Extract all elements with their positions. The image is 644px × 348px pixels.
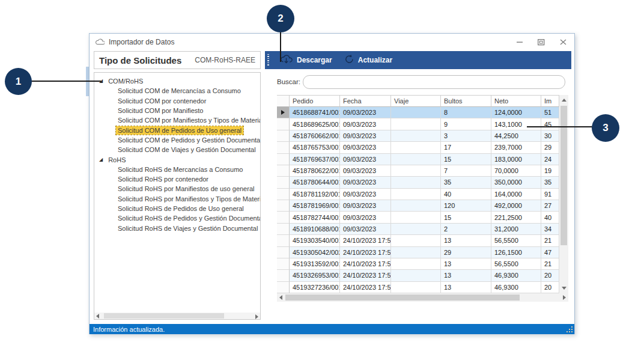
tree-item[interactable]: Solicitud COM de Pedidos de Uso general <box>94 125 260 135</box>
cell-importe[interactable]: 40 <box>541 212 559 223</box>
cell-viaje[interactable] <box>391 200 441 212</box>
cell-pedido[interactable]: 4518769637/001 <box>290 154 340 165</box>
column-header-importe[interactable]: Im <box>541 95 559 107</box>
cell-neto[interactable]: 44,2500 <box>491 130 541 142</box>
row-header-cell[interactable] <box>277 212 290 223</box>
cell-neto[interactable]: 164,0000 <box>491 189 541 200</box>
tree-item[interactable]: Solicitud RoHS por Manifiestos de uso ge… <box>94 184 260 194</box>
cell-fecha[interactable]: 09/03/2023 <box>340 107 391 118</box>
cell-viaje[interactable] <box>391 258 441 270</box>
cell-importe[interactable]: 51 <box>541 107 559 118</box>
cell-fecha[interactable]: 24/10/2023 17:54 <box>340 270 391 281</box>
cell-viaje[interactable] <box>391 165 441 177</box>
cell-fecha[interactable]: 09/03/2023 <box>340 189 391 200</box>
tree-item[interactable]: Solicitud COM por Manifiestos y Tipos de… <box>94 115 260 125</box>
row-header-cell[interactable] <box>277 224 290 235</box>
cell-bultos[interactable]: 29 <box>441 247 491 258</box>
table-row[interactable]: 4518780622/001 09/03/2023 7 70,0000 19 <box>277 165 559 177</box>
cell-pedido[interactable]: 4518760662/001 <box>290 130 340 142</box>
tree-item[interactable]: Solicitud COM de Mercancías a Consumo <box>94 86 260 96</box>
tree-item[interactable]: Solicitud COM por Manifiesto <box>94 106 260 115</box>
cell-neto[interactable]: 124,0000 <box>491 107 541 118</box>
tree-item[interactable]: ◢ COM/RoHS <box>94 76 260 86</box>
row-header-cell[interactable] <box>277 189 290 200</box>
table-row[interactable]: 4518689625/001 09/03/2023 9 143,1000 45 <box>277 118 559 130</box>
cell-importe[interactable]: 20 <box>541 282 559 293</box>
cell-viaje[interactable] <box>391 224 441 235</box>
cell-importe[interactable]: 21 <box>541 235 559 246</box>
cell-viaje[interactable] <box>391 177 441 188</box>
cell-neto[interactable]: 56,5500 <box>491 258 541 270</box>
row-header-cell[interactable] <box>277 270 290 281</box>
cell-fecha[interactable]: 09/03/2023 <box>340 165 391 177</box>
grid-corner-cell[interactable] <box>277 95 290 107</box>
cell-fecha[interactable]: 09/03/2023 <box>340 130 391 142</box>
column-header-viaje[interactable]: Viaje <box>391 95 441 107</box>
actualizar-button[interactable]: Actualizar <box>338 51 398 69</box>
resize-grip-icon[interactable] <box>566 326 573 332</box>
cell-bultos[interactable]: 15 <box>441 212 491 223</box>
table-row[interactable]: 4518782744/001 09/03/2023 15 221,2500 40 <box>277 212 559 223</box>
cell-viaje[interactable] <box>391 270 441 281</box>
tree-item[interactable]: Solicitud COM por contenedor <box>94 96 260 106</box>
cell-bultos[interactable]: 17 <box>441 142 491 153</box>
cell-importe[interactable]: 21 <box>541 258 559 270</box>
maximize-button[interactable] <box>533 36 549 48</box>
cell-viaje[interactable] <box>391 154 441 165</box>
column-header-neto[interactable]: Neto <box>491 95 541 107</box>
cell-neto[interactable]: 143,1000 <box>491 118 541 130</box>
grid-vertical-scrollbar[interactable] <box>559 95 568 293</box>
table-row[interactable]: 4518760662/001 09/03/2023 3 44,2500 30 <box>277 130 559 142</box>
tree-item[interactable]: Solicitud RoHS por Manifiestos y Tipos d… <box>94 194 260 204</box>
cell-importe[interactable]: 30 <box>541 130 559 142</box>
cell-bultos[interactable]: 13 <box>441 258 491 270</box>
tree-item[interactable]: ◢ RoHS <box>94 154 260 164</box>
row-header-cell[interactable] <box>277 130 290 142</box>
cell-bultos[interactable]: 2 <box>441 224 491 235</box>
cell-pedido[interactable]: 4518781192/001 <box>290 189 340 200</box>
cell-pedido[interactable]: 4518688741/001 <box>290 107 340 118</box>
cell-fecha[interactable]: 09/03/2023 <box>340 200 391 212</box>
cell-importe[interactable]: 24 <box>541 154 559 165</box>
cell-pedido[interactable]: 4518782744/001 <box>290 212 340 223</box>
cell-importe[interactable]: 29 <box>541 142 559 153</box>
cell-bultos[interactable]: 13 <box>441 235 491 246</box>
cell-neto[interactable]: 183,0000 <box>491 154 541 165</box>
table-row[interactable]: 4518780644/001 09/03/2023 35 350,0000 35 <box>277 177 559 188</box>
cell-pedido[interactable]: 4518765753/001 <box>290 142 340 153</box>
column-header-pedido[interactable]: Pedido <box>290 95 340 107</box>
cell-pedido[interactable]: 4519305042/002 <box>290 247 340 258</box>
cell-pedido[interactable]: 4519327236/001 <box>290 282 340 293</box>
row-header-cell[interactable] <box>277 247 290 258</box>
cell-bultos[interactable]: 3 <box>441 130 491 142</box>
cell-pedido[interactable]: 4519313592/001 <box>290 258 340 270</box>
tree-item[interactable]: Solicitud RoHS de Mercancías a Consumo <box>94 165 260 174</box>
cell-pedido[interactable]: 4519326953/001 <box>290 270 340 281</box>
cell-importe[interactable]: 34 <box>541 224 559 235</box>
cell-viaje[interactable] <box>391 247 441 258</box>
cell-pedido[interactable]: 4518781969/001 <box>290 200 340 212</box>
cell-neto[interactable]: 70,0000 <box>491 165 541 177</box>
table-row[interactable]: 4518769637/001 09/03/2023 15 183,0000 24 <box>277 154 559 165</box>
cell-pedido[interactable]: 4519303540/001 <box>290 235 340 246</box>
cell-bultos[interactable]: 40 <box>441 189 491 200</box>
expander-icon[interactable]: ◢ <box>99 157 103 162</box>
cell-neto[interactable]: 350,0000 <box>491 177 541 188</box>
buscar-input[interactable] <box>303 75 565 89</box>
tree-item[interactable]: Solicitud RoHS de Pedidos de Uso general <box>94 204 260 213</box>
cell-viaje[interactable] <box>391 189 441 200</box>
row-header-cell[interactable] <box>277 258 290 270</box>
column-header-bultos[interactable]: Bultos <box>441 95 491 107</box>
row-header-cell[interactable] <box>277 235 290 246</box>
cell-viaje[interactable] <box>391 235 441 246</box>
cell-fecha[interactable]: 09/03/2023 <box>340 177 391 188</box>
cell-neto[interactable]: 46,9300 <box>491 270 541 281</box>
table-row[interactable]: 4519327236/001 24/10/2023 17:54 13 46,93… <box>277 282 559 293</box>
cell-fecha[interactable]: 24/10/2023 17:54 <box>340 247 391 258</box>
row-header-cell[interactable] <box>277 177 290 188</box>
descargar-button[interactable]: Descargar <box>273 51 338 69</box>
cell-bultos[interactable]: 120 <box>441 200 491 212</box>
table-row[interactable]: 4518910688/001 09/03/2023 2 31,2000 34 <box>277 224 559 235</box>
cell-fecha[interactable]: 09/03/2023 <box>340 212 391 223</box>
table-row[interactable]: 4519313592/001 24/10/2023 17:54 13 56,55… <box>277 258 559 270</box>
